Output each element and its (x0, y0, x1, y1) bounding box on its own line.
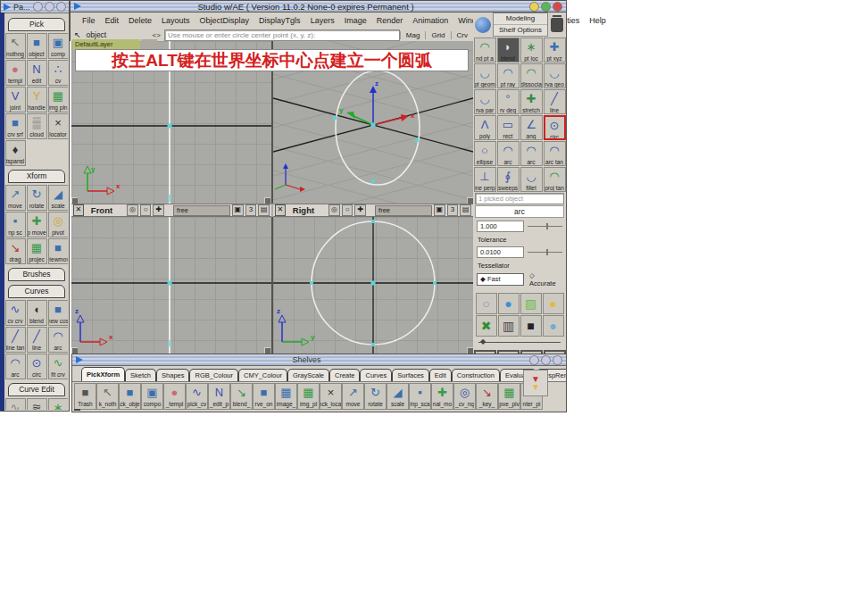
shelf-item[interactable]: ■ ck_obje (119, 383, 141, 410)
tumble-icon[interactable]: ○ (342, 204, 353, 216)
minimize-button[interactable] (529, 2, 539, 12)
shelf-tool[interactable]: ✚ stretch (520, 89, 543, 114)
viewport-right[interactable]: z y (273, 217, 473, 354)
shelf-item[interactable]: ↖ k_noth (96, 383, 119, 410)
shelf-item[interactable]: ↘ blend_ (230, 383, 253, 410)
shelf-item[interactable]: ▦ image_ (275, 383, 297, 410)
shelf-tab[interactable]: RGB_Colour (189, 369, 238, 381)
shelf-item[interactable]: ◢ scale (387, 383, 409, 410)
viewport-bar-front[interactable]: ✕ Front ◎ ○ ✚ free ▣ 3 ▤ (71, 204, 271, 217)
shelf-tool[interactable]: ✚ pt xyz (544, 37, 566, 62)
shelf-item[interactable]: N _edit_p (208, 383, 230, 410)
shade-icon[interactable]: ▤ (258, 204, 270, 216)
palette-tool[interactable]: ▦ projec (27, 238, 47, 264)
palette-tool[interactable]: ■ crv srf (5, 113, 26, 139)
shelf-tool[interactable]: Λ poly (474, 115, 496, 140)
shelf-tool[interactable]: ◡ fillet (520, 167, 543, 192)
shelf-more-button[interactable]: ▼ ▼ (523, 370, 548, 396)
shelf-item[interactable]: ∿ pick_cv (186, 383, 208, 410)
palette-tool[interactable]: ■ viewmov (48, 238, 69, 264)
shelf-collapse-dash[interactable] (74, 409, 80, 411)
camera-icon[interactable]: ▣ (434, 204, 445, 216)
camera-icon[interactable]: ▣ (232, 204, 244, 216)
shelf-tool[interactable]: ◡ rva geo (544, 63, 566, 88)
panel-slider[interactable] (478, 342, 561, 343)
shelf-tool[interactable]: ╱ line (544, 89, 566, 114)
shelf-tab[interactable]: Sketch (125, 369, 156, 381)
shelf-tool[interactable]: ° rv deg (497, 89, 520, 114)
shelf-item[interactable]: ▪ inp_sca (409, 383, 431, 410)
layout-count[interactable]: 3 (447, 204, 459, 216)
palette-tool[interactable]: ∿ (5, 398, 26, 410)
paint-tool[interactable]: ○ (476, 293, 497, 314)
shelf-tool[interactable]: ◗ blend (497, 37, 520, 62)
shelf-item[interactable]: ↘ _key_ (476, 383, 498, 410)
shelf-tool[interactable]: ◠ proj tan (544, 167, 566, 192)
menu-item[interactable]: Delete (124, 16, 156, 25)
shelf-tab[interactable]: Create (329, 369, 361, 381)
menu-item[interactable]: Edit (101, 16, 124, 25)
shelf-tool[interactable]: ◠ arc tan (544, 141, 566, 166)
shelf-tab[interactable]: Surfaces (392, 369, 429, 381)
shelf-tool[interactable]: ◠ nd pt a (474, 37, 496, 62)
paint-tool[interactable]: ■ (520, 315, 542, 337)
palette-tool[interactable]: ◢ scale (48, 185, 69, 211)
shade-icon[interactable]: ▤ (460, 204, 471, 216)
palette-tool[interactable]: ↘ drag (5, 238, 26, 264)
shelf-item[interactable]: ▦ pve_piv (498, 383, 520, 410)
shelf-tool[interactable]: ⊥ ine perp (474, 167, 496, 192)
menu-item[interactable]: Image (340, 16, 371, 25)
resize-grip[interactable] (467, 197, 473, 204)
shelf-switch-bottom[interactable]: Shelf Options (494, 25, 547, 36)
tolerance-slider[interactable] (528, 252, 562, 253)
shelf-item[interactable]: ✚ nal_mo (431, 383, 453, 410)
main-titlebar[interactable]: Studio w/AE ( Version 11.0.2 None-0 expi… (70, 0, 567, 12)
menu-item[interactable]: ObjectDisplay (195, 16, 254, 25)
shelf-tool[interactable]: ◠ dissocia (520, 63, 543, 88)
shelf-item[interactable]: ▣ compo (141, 383, 163, 410)
tessellator-fast-option[interactable]: ◆ Fast (477, 273, 524, 286)
palette-tab-brushes[interactable]: Brushes (8, 268, 65, 281)
shelf-tool[interactable]: ∗ pt loc (520, 37, 543, 62)
tolerance-value-field[interactable]: 0.0100 (477, 246, 524, 258)
palette-tool[interactable]: ∿ cv crv (5, 300, 26, 326)
resize-grip[interactable] (264, 347, 270, 354)
viewport-close-icon[interactable]: ✕ (73, 204, 84, 216)
palette-tool[interactable]: ╱ line tan (5, 327, 26, 353)
palette-tool[interactable]: ⊙ circ (27, 354, 47, 379)
resize-grip[interactable] (71, 197, 78, 204)
paint-tool[interactable]: ● (543, 315, 564, 337)
shelf-tool[interactable]: ◡ rva par (474, 89, 496, 114)
shelf-tool[interactable]: ▭ rect (497, 115, 520, 140)
palette-tool[interactable]: ↻ rotate (27, 185, 47, 211)
window-button[interactable] (553, 355, 562, 365)
palette-tool[interactable]: ◎ pivot (48, 212, 69, 237)
window-button[interactable] (33, 2, 43, 12)
menu-item[interactable]: Layers (306, 16, 339, 25)
paint-tool[interactable]: ▥ (498, 315, 520, 337)
edit-point[interactable] (168, 124, 172, 129)
palette-tool[interactable]: ■ object (27, 33, 47, 59)
palette-tab-curves[interactable]: Curves (8, 285, 65, 298)
shelf-switch[interactable]: Modeling Shelf Options (493, 12, 548, 37)
paint-tool[interactable]: ▨ (520, 293, 542, 314)
palette-tool[interactable]: ▦ img pln (48, 87, 69, 112)
shelf-tool[interactable]: ◠ arc (497, 141, 520, 166)
shelf-tool[interactable]: ○ ellipse (474, 141, 496, 166)
palette-tab-curve-edit[interactable]: Curve Edit (8, 383, 65, 396)
menu-item[interactable]: Help (585, 16, 611, 25)
palette-tool[interactable]: ↖ nothng (5, 33, 26, 59)
layout-count[interactable]: 3 (245, 204, 257, 216)
palette-tool[interactable]: ∿ fit crv (48, 354, 69, 379)
camera-select[interactable]: free (173, 205, 230, 216)
viewport-front[interactable]: z x (71, 217, 271, 354)
menu-item[interactable]: Layouts (157, 16, 195, 25)
shelf-item[interactable]: ■ Trash (74, 383, 96, 410)
radius-value-field[interactable]: 1.000 (477, 221, 524, 232)
menu-item[interactable]: Animation (408, 16, 453, 25)
shelf-tool[interactable]: ◠ pt ray (497, 63, 520, 88)
window-button[interactable] (45, 2, 54, 12)
tumble-icon[interactable]: ○ (140, 204, 152, 216)
shelf-tab[interactable]: Shapes (156, 369, 189, 381)
shelf-item[interactable]: ▦ img_pl (297, 383, 320, 410)
